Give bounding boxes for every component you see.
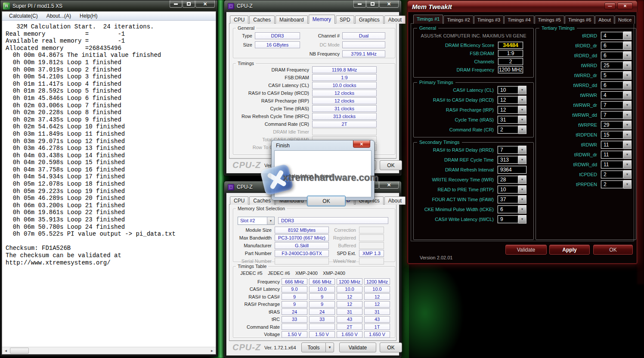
timing-value[interactable]: 6 [601, 42, 623, 50]
chevron-down-icon[interactable]: ▼ [267, 217, 274, 224]
close-button[interactable]: ✕ [379, 181, 399, 189]
close-button[interactable]: ✕ [195, 0, 215, 8]
menu-item[interactable]: Help(H) [75, 12, 102, 20]
spinner-down-icon[interactable]: ▼ [623, 140, 632, 149]
spinner-down-icon[interactable]: ▼ [623, 31, 632, 40]
timing-value[interactable]: 15 [601, 131, 623, 139]
spinner-down-icon[interactable]: ▼ [623, 170, 632, 179]
tab[interactable]: Notice [615, 16, 635, 24]
spinner-down-icon[interactable]: ▼ [518, 195, 526, 204]
timing-value[interactable]: 7 [601, 101, 623, 109]
timing-value[interactable]: 4 [601, 91, 623, 99]
validate-button[interactable]: Validate [505, 245, 547, 255]
timing-value[interactable]: 7 [498, 146, 518, 154]
spinner-down-icon[interactable]: ▼ [623, 180, 632, 189]
spinner-down-icon[interactable]: ▼ [518, 146, 526, 154]
tab[interactable]: Timings #3 [474, 16, 504, 24]
spinner-down-icon[interactable]: ▼ [518, 185, 526, 194]
timing-value[interactable]: 9364 [498, 166, 526, 174]
spinner-down-icon[interactable]: ▼ [518, 205, 526, 214]
timing-value[interactable]: 25 [601, 62, 623, 69]
timing-value[interactable]: 11 [601, 161, 623, 168]
tab[interactable]: Mainboard [276, 16, 308, 24]
minimize-button[interactable]: — [604, 3, 616, 9]
tab[interactable]: Timings #6 [565, 16, 594, 24]
dialog-ok-button[interactable]: OK [307, 196, 346, 206]
spinner-down-icon[interactable]: ▼ [518, 86, 526, 94]
ok-button[interactable]: OK [380, 160, 402, 170]
spinner-down-icon[interactable]: ▼ [518, 215, 526, 224]
tab[interactable]: CPU [230, 196, 248, 205]
menu-item[interactable]: Calculate(C) [5, 12, 42, 20]
dialog-close-button[interactable]: ✕ [353, 140, 370, 148]
tab[interactable]: Timings #4 [504, 16, 534, 24]
spinner-down-icon[interactable]: ▼ [518, 125, 526, 134]
close-button[interactable]: ✕ [379, 0, 399, 8]
scroll-right-icon[interactable]: ► [208, 347, 216, 354]
ok-button[interactable]: OK [593, 245, 633, 255]
spinner-down-icon[interactable]: ▼ [623, 51, 632, 60]
spinner-down-icon[interactable]: ▼ [623, 101, 632, 109]
minimize-button[interactable] [170, 0, 182, 8]
timing-value[interactable]: 11 [601, 141, 623, 149]
spinner-down-icon[interactable]: ▼ [518, 115, 526, 124]
spinner-down-icon[interactable]: ▼ [623, 150, 632, 159]
spinner-down-icon[interactable]: ▼ [623, 41, 632, 50]
timing-value[interactable]: 6 [498, 205, 518, 213]
close-button[interactable]: ✕ [617, 3, 633, 9]
timing-value[interactable]: 4 [601, 32, 623, 40]
timing-value[interactable]: 12 [498, 96, 518, 104]
timing-value[interactable]: 2 [601, 171, 623, 178]
timing-value[interactable]: 31 [498, 116, 518, 124]
spinner-down-icon[interactable]: ▼ [623, 71, 632, 80]
tab[interactable]: About [595, 16, 614, 24]
spinner-down-icon[interactable]: ▼ [623, 111, 632, 119]
spinner-down-icon[interactable]: ▼ [623, 91, 632, 100]
tab[interactable]: Timings #1 [413, 15, 443, 24]
horizontal-scrollbar[interactable]: ◄ ► [2, 347, 216, 354]
spinner-down-icon[interactable]: ▼ [518, 106, 526, 114]
timing-value[interactable]: 10 [498, 86, 518, 94]
timing-value[interactable]: 2 [601, 181, 623, 188]
tab[interactable]: Caches [249, 16, 275, 24]
ok-button[interactable]: OK [380, 342, 402, 352]
menu-item[interactable]: About...(A) [42, 12, 75, 20]
timing-value[interactable]: 9 [498, 215, 518, 223]
validate-button[interactable]: Validate [339, 342, 376, 352]
tab[interactable]: About [384, 196, 406, 205]
timing-value[interactable]: 6 [601, 52, 623, 59]
tab[interactable]: Timings #5 [535, 16, 564, 24]
spinner-down-icon[interactable]: ▼ [518, 175, 526, 184]
tools-button[interactable]: Tools [301, 342, 326, 352]
apply-button[interactable]: Apply [549, 245, 590, 255]
tab[interactable]: Timings #2 [443, 16, 473, 24]
tools-dropdown-icon[interactable]: ▼ [325, 342, 334, 352]
timing-value[interactable]: 12 [498, 106, 518, 114]
tab[interactable]: About [384, 16, 406, 24]
timing-value[interactable]: 5 [601, 72, 623, 79]
spinner-down-icon[interactable]: ▼ [623, 121, 632, 129]
tab[interactable]: Memory [309, 15, 335, 24]
spinner-down-icon[interactable]: ▼ [518, 96, 526, 104]
timing-value[interactable]: 29 [601, 121, 623, 129]
scroll-left-icon[interactable]: ◄ [2, 347, 9, 354]
spinner-down-icon[interactable]: ▼ [518, 156, 526, 164]
maximize-button[interactable] [183, 0, 195, 8]
spinner-down-icon[interactable]: ▼ [623, 61, 632, 70]
maximize-button[interactable] [366, 0, 379, 8]
minimize-button[interactable] [353, 0, 366, 8]
timing-value[interactable]: 313 [498, 156, 518, 164]
tab[interactable]: SPD [336, 16, 354, 24]
tab[interactable]: Graphics [355, 16, 384, 24]
spinner-down-icon[interactable]: ▼ [623, 131, 632, 139]
timing-value[interactable]: 37 [498, 196, 518, 203]
spinner-down-icon[interactable]: ▼ [623, 160, 632, 169]
timing-value[interactable]: 2 [498, 126, 518, 134]
timing-value[interactable]: 11 [601, 151, 623, 159]
timing-value[interactable]: 10 [498, 186, 518, 193]
scrollbar-thumb[interactable] [10, 348, 29, 354]
tab[interactable]: CPU [230, 16, 248, 24]
spinner-down-icon[interactable]: ▼ [623, 81, 632, 90]
timing-value[interactable]: 28 [498, 176, 518, 184]
timing-value[interactable]: 6 [601, 81, 623, 89]
